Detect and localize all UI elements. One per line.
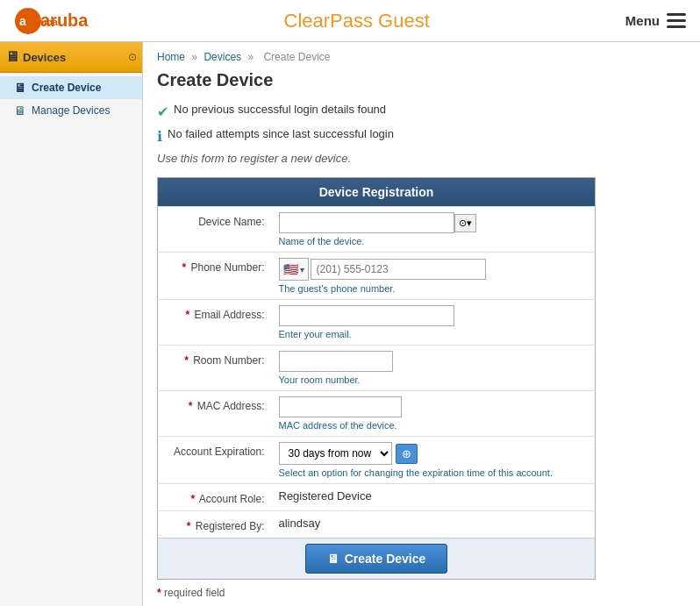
flag-dropdown-arrow: ▾ [300, 265, 304, 274]
label-room-text: Room Number: [193, 354, 264, 367]
submit-area: 🖥 Create Device [158, 538, 596, 580]
phone-input[interactable] [311, 259, 486, 280]
breadcrumb: Home » Devices » Create Device [157, 51, 686, 63]
form-row-room: * Room Number: Your room number. [158, 346, 596, 391]
hint-room: Your room number. [279, 374, 589, 385]
form-row-account-role: * Account Role: Registered Device [158, 484, 596, 511]
required-star-role: * [190, 493, 195, 505]
field-registered-by: alindsay [272, 511, 596, 538]
sidebar-item-create-device-label: Create Device [32, 82, 101, 94]
email-input[interactable] [279, 305, 454, 326]
page-title: Create Device [157, 70, 686, 90]
required-note-text: required field [164, 587, 225, 599]
create-device-icon: 🖥 [14, 81, 26, 95]
manage-devices-icon: 🖥 [14, 103, 26, 118]
required-note: * required field [157, 587, 686, 599]
create-device-button[interactable]: 🖥 Create Device [305, 544, 448, 574]
header-title-plain: ClearPass [284, 10, 379, 32]
label-role-text: Account Role: [199, 493, 265, 505]
breadcrumb-current: Create Device [263, 51, 330, 63]
info-icon: ℹ [157, 128, 162, 145]
create-btn-icon: 🖥 [327, 552, 339, 566]
hint-email: Enter your email. [279, 329, 589, 339]
account-role-value: Registered Device [279, 489, 372, 503]
label-mac-text: MAC Address: [197, 400, 265, 412]
notice-success-text: No previous successful login details fou… [174, 103, 386, 116]
breadcrumb-devices[interactable]: Devices [204, 51, 241, 63]
logo: a aruba aruba [14, 7, 88, 35]
expiration-action-btn[interactable]: ⊕ [396, 444, 418, 464]
form-row-mac: * MAC Address: MAC address of the device… [158, 391, 596, 437]
hint-expiration: Select an option for changing the expira… [279, 467, 589, 478]
room-input[interactable] [279, 351, 393, 372]
device-name-dropdown-btn[interactable]: ⊙▾ [454, 214, 476, 232]
field-phone: 🇺🇸 ▾ The guest's phone number. [272, 253, 596, 300]
device-name-input[interactable] [279, 212, 454, 233]
country-flag-select[interactable]: 🇺🇸 ▾ [279, 258, 309, 281]
sidebar-section-label: 🖥 Devices [5, 49, 66, 65]
checkmark-icon: ✔ [157, 103, 168, 120]
sidebar-items-list: 🖥 Create Device 🖥 Manage Devices [0, 73, 142, 125]
label-expiration: Account Expiration: [158, 437, 272, 484]
required-star-registered: * [187, 520, 191, 532]
field-device-name: ⊙▾ Name of the device. [272, 207, 596, 253]
hint-device-name: Name of the device. [279, 236, 589, 246]
label-mac: * MAC Address: [158, 391, 272, 437]
registered-by-value: alindsay [279, 517, 321, 530]
label-registered-by-text: Registered By: [196, 520, 265, 532]
sidebar-section-title: Devices [23, 51, 66, 64]
svg-text:a: a [19, 14, 26, 28]
label-registered-by: * Registered By: [158, 511, 272, 538]
header: a aruba aruba ClearPass Guest Menu [0, 0, 700, 42]
field-expiration: 30 days from now ⊕ Select an option for … [272, 437, 596, 484]
label-email-text: Email Address: [194, 309, 264, 321]
label-email: * Email Address: [158, 300, 272, 346]
label-room: * Room Number: [158, 346, 272, 391]
create-btn-label: Create Device [345, 552, 426, 566]
device-name-wrapper: ⊙▾ [279, 212, 589, 233]
hint-phone: The guest's phone number. [279, 283, 589, 294]
expiration-wrapper: 30 days from now ⊕ [279, 442, 589, 465]
expiration-select[interactable]: 30 days from now [279, 442, 392, 465]
form-row-phone: * Phone Number: 🇺🇸 ▾ The guest's phone n… [158, 253, 596, 300]
required-star-email: * [185, 309, 189, 321]
form-row-device-name: Device Name: ⊙▾ Name of the device. [158, 207, 596, 253]
sidebar-section-devices[interactable]: 🖥 Devices ⊙ [0, 42, 142, 73]
breadcrumb-home[interactable]: Home [157, 51, 185, 63]
label-device-name: Device Name: [158, 207, 272, 253]
field-room: Your room number. [272, 346, 596, 391]
form-table-header: Device Registration [158, 178, 596, 207]
label-phone: * Phone Number: [158, 253, 272, 300]
hamburger-icon [667, 13, 686, 28]
required-star-phone: * [182, 261, 186, 274]
us-flag-icon: 🇺🇸 [283, 262, 298, 276]
form-row-expiration: Account Expiration: 30 days from now ⊕ S… [158, 437, 596, 484]
phone-wrapper: 🇺🇸 ▾ [279, 258, 589, 281]
form-row-submit: 🖥 Create Device [158, 538, 596, 580]
sidebar-item-manage-devices-label: Manage Devices [32, 104, 110, 117]
required-star-mac: * [189, 400, 193, 412]
menu-button[interactable]: Menu [625, 13, 686, 28]
required-star-room: * [184, 354, 189, 367]
field-account-role: Registered Device [272, 484, 596, 511]
form-subtitle: Use this form to register a new device. [157, 152, 686, 165]
form-row-registered-by: * Registered By: alindsay [158, 511, 596, 538]
form-row-email: * Email Address: Enter your email. [158, 300, 596, 346]
sidebar-item-create-device[interactable]: 🖥 Create Device [0, 76, 142, 99]
menu-label: Menu [625, 13, 660, 28]
devices-icon: 🖥 [5, 49, 19, 65]
brand-name: aruba [40, 11, 88, 31]
notice-info-text: No failed attempts since last successful… [168, 127, 394, 140]
header-title-accent: Guest [378, 10, 430, 32]
required-star-note: * [157, 587, 161, 599]
mac-input[interactable] [279, 396, 402, 417]
header-title: ClearPass Guest [284, 10, 430, 32]
field-email: Enter your email. [272, 300, 596, 346]
sidebar-toggle-icon: ⊙ [128, 51, 137, 63]
main-content: Home » Devices » Create Device Create De… [143, 42, 700, 606]
label-account-role: * Account Role: [158, 484, 272, 511]
sidebar-item-manage-devices[interactable]: 🖥 Manage Devices [0, 99, 142, 122]
sidebar: 🖥 Devices ⊙ 🖥 Create Device 🖥 Manage Dev… [0, 42, 143, 606]
layout: 🖥 Devices ⊙ 🖥 Create Device 🖥 Manage Dev… [0, 42, 700, 606]
notice-info: ℹ No failed attempts since last successf… [157, 127, 686, 145]
